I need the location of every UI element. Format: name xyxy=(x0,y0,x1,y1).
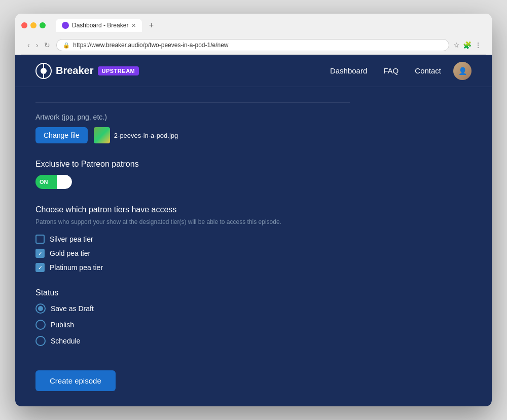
nav-dashboard[interactable]: Dashboard xyxy=(330,66,367,75)
tier-checkbox-silver[interactable] xyxy=(35,235,45,244)
tier-row-silver: Silver pea tier xyxy=(35,235,350,244)
file-name: 2-peeves-in-a-pod.jpg xyxy=(114,132,178,139)
status-title: Status xyxy=(35,288,350,297)
back-button[interactable]: ‹ xyxy=(25,40,32,50)
browser-actions: ☆ 🧩 ⋮ xyxy=(453,41,482,49)
toggle-container: ON xyxy=(35,175,350,189)
traffic-lights xyxy=(21,22,46,28)
radio-inner-draft xyxy=(38,306,43,311)
file-preview: 2-peeves-in-a-pod.jpg xyxy=(94,127,178,143)
browser-titlebar: Dashboard - Breaker ✕ + xyxy=(21,19,486,32)
tab-favicon xyxy=(62,22,69,29)
tier-row-gold: Gold pea tier xyxy=(35,249,350,258)
avatar-image: 👤 xyxy=(453,62,472,80)
logo-area: Breaker UPSTREAM xyxy=(35,63,139,79)
tier-checkbox-platinum[interactable] xyxy=(35,263,45,272)
refresh-button[interactable]: ↻ xyxy=(42,40,52,50)
patron-tiers-title: Choose which patron tiers have access xyxy=(35,205,350,214)
minimize-traffic-light[interactable] xyxy=(30,22,37,28)
tier-row-platinum: Platinum pea tier xyxy=(35,263,350,272)
patron-tiers-section: Choose which patron tiers have access Pa… xyxy=(35,205,350,272)
logo-text: Breaker xyxy=(56,65,94,77)
top-divider xyxy=(35,102,350,103)
browser-window: Dashboard - Breaker ✕ + ‹ › ↻ 🔒 https://… xyxy=(15,14,492,406)
url-text: https://www.breaker.audio/p/two-peeves-i… xyxy=(73,42,228,49)
patron-tiers-subtitle: Patrons who support your show at the des… xyxy=(35,217,350,226)
address-bar[interactable]: 🔒 https://www.breaker.audio/p/two-peeves… xyxy=(56,39,449,51)
lock-icon: 🔒 xyxy=(63,42,70,49)
radio-row-publish: Publish xyxy=(35,320,350,330)
avatar[interactable]: 👤 xyxy=(453,62,472,80)
exclusive-section: Exclusive to Patreon patrons ON xyxy=(35,160,350,189)
create-episode-button[interactable]: Create episode xyxy=(35,370,116,391)
exclusive-toggle[interactable]: ON xyxy=(35,175,72,189)
radio-row-draft: Save as Draft xyxy=(35,303,350,314)
bookmark-icon[interactable]: ☆ xyxy=(453,41,460,49)
tier-label-platinum: Platinum pea tier xyxy=(50,263,103,272)
toggle-off-area xyxy=(57,175,72,189)
radio-label-schedule: Schedule xyxy=(51,337,80,345)
status-section: Status Save as Draft Publish Schedule xyxy=(35,288,350,346)
artwork-row: Change file 2-peeves-in-a-pod.jpg xyxy=(35,127,350,143)
artwork-section: Artwork (jpg, png, etc.) Change file 2-p… xyxy=(35,113,350,143)
nav-buttons: ‹ › ↻ xyxy=(25,40,52,50)
navbar: Breaker UPSTREAM Dashboard FAQ Contact 👤 xyxy=(15,55,492,87)
radio-draft[interactable] xyxy=(35,303,46,314)
radio-publish[interactable] xyxy=(35,320,46,330)
close-traffic-light[interactable] xyxy=(21,22,27,28)
menu-icon[interactable]: ⋮ xyxy=(475,41,482,49)
tab-title: Dashboard - Breaker xyxy=(72,22,128,29)
exclusive-title: Exclusive to Patreon patrons xyxy=(35,160,350,169)
nav-links: Dashboard FAQ Contact xyxy=(330,66,441,75)
forward-button[interactable]: › xyxy=(34,40,41,50)
nav-contact[interactable]: Contact xyxy=(415,66,441,75)
browser-tab[interactable]: Dashboard - Breaker ✕ xyxy=(56,19,142,32)
change-file-button[interactable]: Change file xyxy=(35,127,88,143)
tier-label-silver: Silver pea tier xyxy=(50,235,93,243)
upstream-badge: UPSTREAM xyxy=(98,66,139,75)
artwork-label: Artwork (jpg, png, etc.) xyxy=(35,113,350,121)
new-tab-button[interactable]: + xyxy=(145,19,157,31)
nav-faq[interactable]: FAQ xyxy=(383,66,399,75)
browser-chrome: Dashboard - Breaker ✕ + ‹ › ↻ 🔒 https://… xyxy=(15,14,492,55)
tab-close-icon[interactable]: ✕ xyxy=(131,22,136,29)
maximize-traffic-light[interactable] xyxy=(40,22,46,28)
page-content: Artwork (jpg, png, etc.) Change file 2-p… xyxy=(15,87,370,406)
radio-label-draft: Save as Draft xyxy=(51,304,94,313)
tab-bar: Dashboard - Breaker ✕ + xyxy=(56,19,157,32)
radio-schedule[interactable] xyxy=(35,336,46,346)
app-content: Breaker UPSTREAM Dashboard FAQ Contact 👤… xyxy=(15,55,492,406)
browser-address-bar: ‹ › ↻ 🔒 https://www.breaker.audio/p/two-… xyxy=(21,36,486,55)
radio-row-schedule: Schedule xyxy=(35,336,350,346)
extensions-icon[interactable]: 🧩 xyxy=(463,41,472,49)
tier-label-gold: Gold pea tier xyxy=(50,249,90,257)
tier-checkbox-gold[interactable] xyxy=(35,249,45,258)
breaker-logo-icon xyxy=(35,63,52,79)
svg-point-1 xyxy=(41,68,47,74)
toggle-on-label: ON xyxy=(35,175,57,189)
file-thumbnail xyxy=(94,127,110,143)
radio-label-publish: Publish xyxy=(51,321,74,329)
